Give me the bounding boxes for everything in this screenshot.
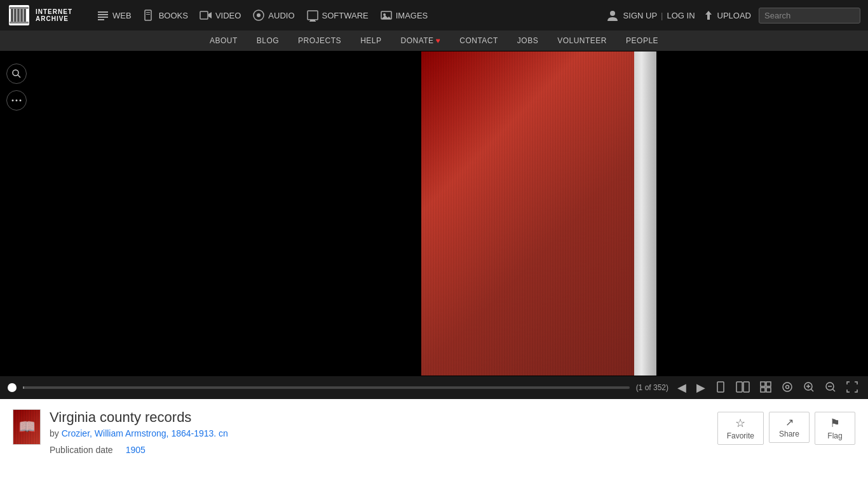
- svg-rect-32: [717, 382, 724, 392]
- book-meta: 📖 Virginia county records by Crozier, Wi…: [13, 409, 228, 455]
- book-thumbnail: 📖: [13, 409, 41, 445]
- favorite-icon: ☆: [735, 416, 745, 430]
- svg-point-40: [786, 385, 789, 388]
- svg-point-31: [20, 100, 22, 102]
- prev-page-button[interactable]: ◀: [675, 381, 689, 395]
- left-page: [212, 51, 421, 376]
- svg-rect-10: [98, 17, 108, 18]
- svg-rect-20: [310, 20, 315, 21]
- nav-books[interactable]: BOOKS: [143, 9, 188, 22]
- nav-help[interactable]: HELP: [360, 36, 381, 45]
- scrubber-handle[interactable]: [8, 383, 17, 392]
- viewer-controls: ◀ ▶: [675, 380, 860, 396]
- video-icon: [200, 9, 212, 22]
- nav-blog[interactable]: BLOG: [257, 36, 279, 45]
- nav-people[interactable]: PEOPLE: [626, 36, 658, 45]
- zoom-out-icon: [825, 381, 836, 393]
- book-title: Virginia county records: [50, 409, 228, 426]
- nav-about[interactable]: ABOUT: [210, 36, 238, 45]
- svg-line-47: [833, 389, 836, 391]
- share-icon: ↗: [785, 416, 794, 428]
- nav-images[interactable]: IMAGES: [380, 9, 428, 22]
- action-buttons: ☆ Favorite ↗ Share ⚑ Flag: [717, 412, 855, 445]
- right-page: [421, 51, 656, 376]
- svg-rect-36: [766, 382, 771, 386]
- search-input[interactable]: [759, 8, 860, 24]
- two-page-button[interactable]: [733, 380, 752, 396]
- book-spine: [634, 51, 656, 376]
- nav-jobs[interactable]: JOBS: [517, 36, 538, 45]
- favorite-button[interactable]: ☆ Favorite: [717, 412, 764, 445]
- svg-rect-35: [761, 382, 765, 386]
- svg-rect-13: [146, 12, 150, 13]
- sign-up-label: SIGN UP: [623, 11, 657, 20]
- logo-text: INTERNET ARCHIVE: [36, 8, 72, 22]
- flag-icon: ⚑: [830, 416, 840, 430]
- svg-marker-24: [381, 15, 391, 19]
- logo[interactable]: INTERNET ARCHIVE: [8, 4, 72, 27]
- audio-button[interactable]: [779, 380, 796, 396]
- svg-rect-21: [309, 21, 316, 22]
- zoom-in-button[interactable]: [801, 380, 817, 396]
- user-menu[interactable]: SIGN UP | LOG IN: [606, 8, 695, 22]
- nav-donate[interactable]: DONATE ♥: [400, 36, 440, 45]
- svg-rect-12: [145, 10, 151, 20]
- publication-date-row: Publication date 1905: [50, 445, 228, 455]
- svg-rect-1: [11, 9, 13, 22]
- pub-date-label: Publication date: [50, 445, 113, 455]
- nav-volunteer[interactable]: VOLUNTEER: [557, 36, 607, 45]
- upload-icon: [703, 10, 714, 21]
- upload-button[interactable]: UPLOAD: [703, 10, 751, 21]
- nav-video[interactable]: VIDEO: [200, 9, 241, 22]
- page-indicator: (1 of 352): [636, 383, 668, 392]
- thumbnail-view-button[interactable]: [757, 380, 774, 396]
- top-navigation: INTERNET ARCHIVE WEB BOOKS VIDEO AUDIO: [0, 0, 868, 30]
- svg-marker-16: [208, 12, 212, 18]
- audio-icon: [252, 9, 265, 22]
- nav-audio[interactable]: AUDIO: [252, 9, 294, 22]
- book-thumb-icon: 📖: [18, 419, 36, 435]
- svg-rect-15: [200, 11, 208, 19]
- svg-rect-4: [20, 9, 23, 22]
- nav-web[interactable]: WEB: [97, 9, 132, 22]
- logo-icon: [8, 4, 31, 27]
- single-page-icon: [715, 381, 726, 393]
- single-page-button[interactable]: [713, 380, 728, 396]
- svg-rect-2: [14, 9, 17, 22]
- svg-rect-11: [98, 19, 104, 20]
- svg-rect-7: [10, 22, 29, 24]
- nav-contact[interactable]: CONTACT: [459, 36, 498, 45]
- scrubber-progress: [23, 386, 24, 389]
- web-icon: [97, 9, 109, 22]
- software-icon: [306, 9, 319, 22]
- svg-rect-34: [743, 382, 749, 392]
- nav-projects[interactable]: PROJECTS: [298, 36, 341, 45]
- pub-date-value: 1905: [126, 445, 146, 455]
- search-tool-button[interactable]: [6, 64, 27, 84]
- svg-rect-5: [24, 9, 26, 22]
- more-tool-button[interactable]: [6, 90, 27, 111]
- secondary-navigation: ABOUT BLOG PROJECTS HELP DONATE ♥ CONTAC…: [0, 30, 868, 51]
- svg-rect-33: [736, 382, 742, 392]
- fullscreen-icon: [846, 381, 858, 393]
- user-icon: [606, 8, 620, 22]
- svg-rect-19: [308, 11, 318, 20]
- next-page-button[interactable]: ▶: [694, 381, 708, 395]
- share-button[interactable]: ↗ Share: [769, 412, 810, 443]
- zoom-out-button[interactable]: [822, 380, 839, 396]
- zoom-in-icon: [803, 381, 815, 393]
- nav-software[interactable]: SOFTWARE: [306, 9, 369, 22]
- svg-point-30: [16, 100, 18, 102]
- fullscreen-button[interactable]: [844, 380, 860, 396]
- heart-icon: ♥: [436, 36, 441, 45]
- viewer-area: [0, 51, 868, 376]
- svg-rect-6: [10, 7, 29, 9]
- flag-button[interactable]: ⚑ Flag: [815, 412, 855, 445]
- svg-marker-26: [705, 11, 712, 20]
- svg-rect-37: [761, 388, 765, 392]
- author-link[interactable]: Crozier, William Armstrong, 1864-1913. c…: [62, 428, 228, 438]
- svg-point-18: [257, 13, 261, 17]
- book-pages: [212, 51, 656, 376]
- scrubber-track[interactable]: [23, 386, 630, 389]
- book-author: by Crozier, William Armstrong, 1864-1913…: [50, 428, 228, 438]
